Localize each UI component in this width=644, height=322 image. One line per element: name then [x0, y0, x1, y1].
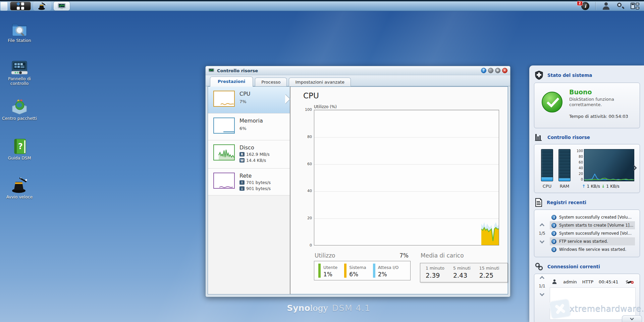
read-badge: R [239, 152, 245, 156]
cpu-value: 7% [239, 99, 251, 104]
legend-label: Sistema [349, 265, 366, 270]
load-label: 15 minuti [479, 266, 499, 271]
y-tick: 80 [302, 135, 312, 139]
usage-legend: Utente 1% Sistema 6% Attesa I/O 2% [314, 261, 411, 280]
load-5min: 5 minuti 2.43 [453, 266, 471, 280]
memory-title: Memoria [239, 118, 263, 124]
legend-attesa-io: Attesa I/O 2% [373, 264, 399, 278]
cpu-gauge: CPU [541, 149, 553, 193]
search-button[interactable] [616, 2, 625, 10]
recent-logs-panel: 1/5 System successfully created [Volu...… [534, 210, 640, 257]
disk-read-value: 162.9 MB/s [246, 152, 270, 157]
desktop-icon-label: Avvio veloce [1, 195, 38, 199]
resource-widget-header: Controllo risorse [535, 133, 639, 141]
memory-value: 6% [239, 126, 263, 131]
taskbar-separator [595, 2, 596, 10]
load-label: 1 minuto [426, 266, 444, 271]
load-1min: 1 minuto 2.39 [426, 266, 444, 280]
connections-page-up[interactable] [540, 276, 544, 281]
status-uptime: Tempo di attività: 00:54:03 [569, 114, 630, 119]
shield-icon [535, 71, 543, 80]
y-tick: 20 [302, 216, 312, 220]
connection-protocol: HTTP [582, 279, 593, 284]
notifications-button[interactable]: i 2 [581, 2, 589, 10]
legend-utente: Utente 1% [318, 264, 337, 278]
notification-badge: 2 [577, 1, 583, 6]
cpu-chart: 100 80 60 40 20 0 [314, 110, 499, 245]
resource-monitor-taskbar-button[interactable] [54, 2, 70, 10]
log-entry[interactable]: FTP service was started. [550, 237, 635, 245]
dsm-help-icon: ? [12, 138, 27, 154]
window-maximize-button[interactable]: + [495, 68, 500, 73]
window-minimize-button[interactable] [488, 68, 493, 73]
tab-prestazioni[interactable]: Prestazioni [210, 77, 253, 87]
window-help-button[interactable]: ? [481, 68, 486, 73]
disk-title: Disco [239, 144, 270, 151]
download-badge: ↓ [239, 186, 245, 191]
list-item-cpu[interactable]: CPU 7% [208, 87, 290, 113]
cpu-thumbnail [213, 91, 235, 107]
log-entry[interactable]: System successfully created [Volu... [550, 213, 635, 221]
desktop-icon-file-station[interactable]: File Station [1, 18, 38, 43]
load-value: 2.25 [479, 272, 499, 279]
disconnect-icon[interactable] [627, 279, 634, 284]
usage-value: 7% [399, 252, 409, 259]
show-desktop-button[interactable] [1, 2, 7, 10]
watermark-text: xtremehardware.com [570, 304, 644, 314]
network-thumbnail [213, 173, 235, 189]
network-up-value: 701 bytes/s [246, 180, 271, 185]
pilot-view-button[interactable] [631, 2, 639, 10]
window-title: Controllo risorse [217, 68, 258, 73]
log-entry[interactable]: Windows file service was started. [550, 245, 635, 254]
tab-processo[interactable]: Processo [255, 78, 287, 87]
status-description: DiskStation funziona correttamente. [569, 97, 630, 108]
system-status-title: Stato del sistema [547, 73, 592, 78]
quick-launch-button[interactable] [34, 2, 51, 10]
system-status-panel: Buono DiskStation funziona correttamente… [534, 83, 640, 128]
recent-logs-header: Registri recenti [535, 198, 639, 207]
branding-version: DSM 4.1 [332, 303, 371, 313]
log-entry[interactable]: System starts to create [Volume 1]... [550, 221, 635, 229]
svg-text:?: ? [18, 142, 23, 151]
control-panel-icon [10, 60, 29, 75]
current-connections-title: Connessioni correnti [547, 264, 600, 269]
legend-swatch-sistema [344, 264, 346, 278]
log-entry[interactable]: System successfully removed [Vol... [550, 229, 635, 237]
taskbar: i 2 [0, 1, 644, 11]
connection-time: 00:45:41 [599, 279, 618, 284]
tab-impostazioni-avanzate[interactable]: Impostazioni avanzate [289, 78, 351, 87]
upload-arrow-icon: ↑ [582, 184, 585, 189]
network-title: Rete [239, 173, 271, 179]
list-item-memory[interactable]: Memoria 6% [208, 113, 290, 140]
main-menu-button[interactable] [10, 2, 31, 10]
desktop-icon-control-panel[interactable]: Pannello di controllo [1, 56, 38, 86]
connections-page-down[interactable] [540, 291, 544, 296]
resource-widget-panel[interactable]: CPU RAM 100 80 60 40 20 0 [534, 144, 640, 193]
logs-page-down[interactable] [540, 239, 544, 243]
magic-hat-icon [38, 2, 47, 10]
window-close-button[interactable]: ✕ [502, 68, 507, 73]
memory-thumbnail [213, 118, 235, 134]
download-arrow-icon: ↓ [601, 184, 605, 189]
connections-page-indicator: 1/1 [539, 284, 545, 288]
sidebar-collapse-button[interactable] [622, 315, 642, 322]
legend-value: 2% [378, 271, 399, 278]
desktop-icon-package-center[interactable]: Centro pacchetti [1, 96, 38, 121]
upload-badge: ↑ [239, 180, 245, 185]
file-station-icon [10, 21, 29, 37]
branding-syno: Syno [287, 303, 310, 313]
list-item-network[interactable]: Rete ↑ 701 bytes/s ↓ 901 bytes/s [208, 169, 290, 195]
user-menu-button[interactable] [602, 2, 610, 10]
watermark-logo [549, 298, 572, 320]
list-item-disk[interactable]: Disco R 162.9 MB/s W 14.4 KB/s [208, 140, 290, 169]
logs-page-up[interactable] [540, 223, 544, 228]
chart-title: CPU [303, 91, 508, 100]
desktop-icon-dsm-help[interactable]: ? Guida DSM [1, 136, 38, 160]
connection-row[interactable]: admin HTTP 00:45:41 [550, 277, 636, 287]
window-titlebar[interactable]: Controllo risorse ? + ✕ [206, 66, 510, 75]
current-connections-panel: 1/1 admin HTTP 00:45:41 [534, 274, 640, 322]
main-menu-icon [17, 2, 24, 10]
desktop-icon-quick-start[interactable]: Avvio veloce [1, 175, 38, 199]
mini-y-tick: 100 [575, 149, 583, 153]
legend-swatch-utente [318, 264, 321, 278]
